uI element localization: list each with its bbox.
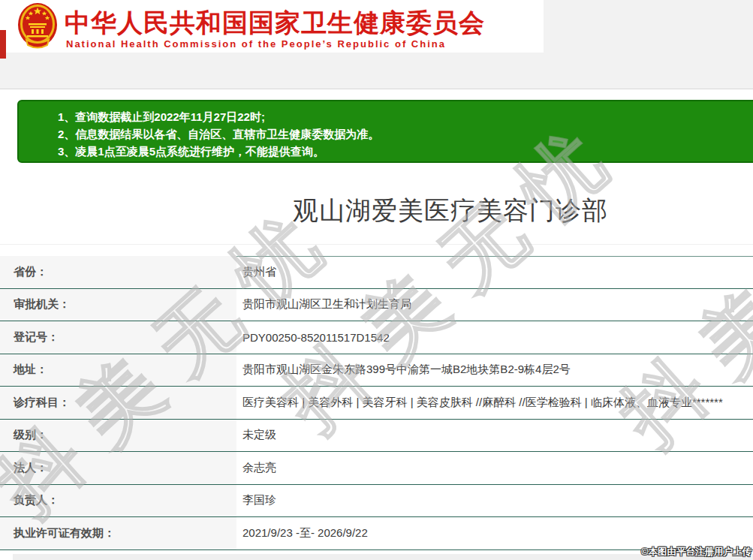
field-value: 医疗美容科 | 美容外科 | 美容牙科 | 美容皮肤科 //麻醉科 //医学检验… <box>236 396 753 410</box>
field-value: 贵阳市观山湖区卫生和计划生育局 <box>236 297 753 312</box>
org-title-en: National Health Commission of the People… <box>66 38 446 50</box>
field-label: 省份： <box>0 256 236 288</box>
notice-box: 1、查询数据截止到2022年11月27日22时; 2、信息数据结果以各省、自治区… <box>17 100 753 163</box>
field-label: 法人： <box>0 452 236 484</box>
left-red-strip <box>0 30 6 59</box>
field-row-province: 省份： 贵州省 <box>0 256 753 289</box>
section-divider <box>0 244 753 245</box>
field-value: 贵州省 <box>236 265 753 279</box>
field-row-address: 地址： 贵阳市观山湖区金朱东路399号中渝第一城B2地块第B2-9栋4层2号 <box>0 354 753 387</box>
field-value: 2021/9/23 -至- 2026/9/22 <box>236 526 753 540</box>
national-emblem-icon <box>17 2 59 52</box>
field-label: 诊疗科目： <box>0 387 236 419</box>
notice-line-2: 2、信息数据结果以各省、自治区、直辖市卫生健康委数据为准。 <box>58 125 753 143</box>
field-label: 登记号： <box>0 321 236 354</box>
clinic-title: 观山湖爱美医疗美容门诊部 <box>293 194 608 228</box>
field-row-registration-no: 登记号： PDY00250-852011517D1542 <box>0 321 753 354</box>
field-row-level: 级别： 未定级 <box>0 420 753 453</box>
field-label: 级别： <box>0 420 236 452</box>
field-label: 审批机关： <box>0 289 236 321</box>
result-table: 省份： 贵州省 审批机关： 贵阳市观山湖区卫生和计划生育局 登记号： PDY00… <box>0 256 753 550</box>
header-banner: 中华人民共和国国家卫生健康委员会 National Health Commiss… <box>0 0 544 53</box>
notice-line-1: 1、查询数据截止到2022年11月27日22时; <box>58 108 753 125</box>
field-value: 李国珍 <box>236 493 753 507</box>
field-label: 负责人： <box>0 485 236 517</box>
notice-line-3: 3、凌晨1点至凌晨5点系统进行维护，不能提供查询。 <box>58 143 753 160</box>
field-row-legal-person: 法人： 余志亮 <box>0 452 753 485</box>
field-row-license-validity: 执业许可证有效期： 2021/9/23 -至- 2026/9/22 <box>0 517 753 550</box>
page: 中华人民共和国国家卫生健康委员会 National Health Commiss… <box>0 0 753 560</box>
field-row-departments: 诊疗科目： 医疗美容科 | 美容外科 | 美容牙科 | 美容皮肤科 //麻醉科 … <box>0 387 753 420</box>
field-value: 余志亮 <box>236 461 753 475</box>
field-row-approval-authority: 审批机关： 贵阳市观山湖区卫生和计划生育局 <box>0 289 753 322</box>
field-value: 未定级 <box>236 428 753 442</box>
field-label: 地址： <box>0 354 236 387</box>
field-value: PDY00250-852011517D1542 <box>236 331 753 344</box>
field-row-person-in-charge: 负责人： 李国珍 <box>0 485 753 518</box>
field-value: 贵阳市观山湖区金朱东路399号中渝第一城B2地块第B2-9栋4层2号 <box>236 363 753 377</box>
org-title-cn: 中华人民共和国国家卫生健康委员会 <box>65 6 485 41</box>
upload-credit-watermark: ©本图由平台注册用户上传 <box>641 546 751 558</box>
field-label: 执业许可证有效期： <box>0 517 236 549</box>
